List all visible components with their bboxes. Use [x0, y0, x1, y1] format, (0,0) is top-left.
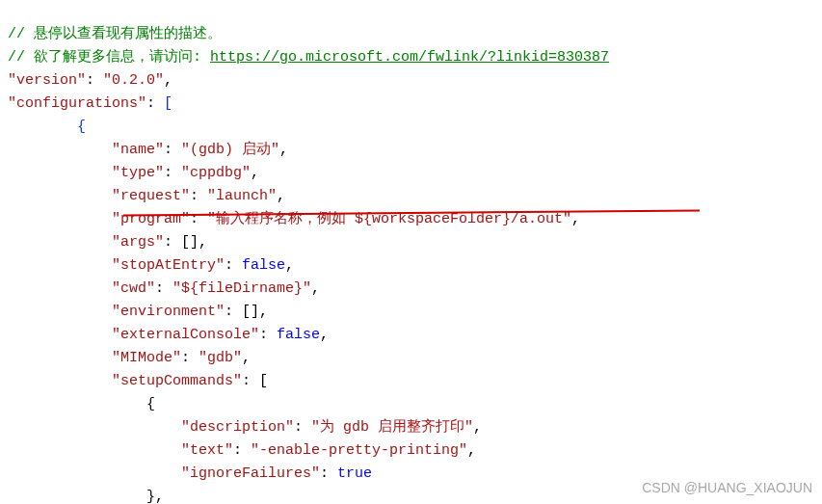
configurations-key: "configurations"	[8, 95, 146, 112]
type-key: "type"	[112, 165, 164, 181]
comment-line-2-prefix: // 欲了解更多信息，请访问:	[8, 49, 210, 66]
ignorefailures-value: true	[337, 465, 372, 482]
bracket-open: [	[164, 95, 172, 112]
args-key: "args"	[112, 234, 164, 251]
text-value: "-enable-pretty-printing"	[251, 442, 467, 459]
externalconsole-key: "externalConsole"	[112, 327, 259, 343]
name-value: "(gdb) 启动"	[181, 142, 279, 158]
program-key: "program"	[112, 211, 190, 227]
stopatentry-value: false	[242, 257, 285, 274]
code-editor[interactable]: // 悬停以查看现有属性的描述。 // 欲了解更多信息，请访问: https:/…	[8, 0, 814, 504]
version-key: "version"	[8, 72, 86, 89]
program-value: "输入程序名称，例如 ${workspaceFolder}/a.out"	[207, 211, 571, 227]
watermark: CSDN @HUANG_XIAOJUN	[642, 477, 812, 498]
mimode-value: "gdb"	[199, 350, 242, 366]
ignorefailures-key: "ignoreFailures"	[181, 465, 320, 482]
externalconsole-value: false	[277, 327, 320, 343]
cwd-value: "${fileDirname}"	[172, 280, 311, 297]
comment-line-1: // 悬停以查看现有属性的描述。	[8, 26, 222, 42]
name-key: "name"	[112, 142, 164, 158]
type-value: "cppdbg"	[181, 165, 251, 181]
description-key: "description"	[181, 419, 294, 436]
mimode-key: "MIMode"	[112, 350, 181, 366]
bracket-open-2: [	[259, 373, 268, 389]
stopatentry-key: "stopAtEntry"	[112, 257, 225, 274]
brace-open-2: {	[146, 396, 155, 412]
brace-open: {	[77, 119, 86, 135]
brace-close-2: },	[146, 489, 164, 504]
environment-value: []	[242, 304, 259, 320]
description-value: "为 gdb 启用整齐打印"	[311, 419, 473, 436]
text-key: "text"	[181, 442, 233, 459]
cwd-key: "cwd"	[112, 280, 155, 297]
request-value: "launch"	[207, 188, 277, 204]
request-key: "request"	[112, 188, 190, 204]
setupcommands-key: "setupCommands"	[112, 373, 242, 389]
args-value: []	[181, 234, 199, 251]
environment-key: "environment"	[112, 304, 225, 320]
doc-link[interactable]: https://go.microsoft.com/fwlink/?linkid=…	[210, 49, 609, 66]
version-value: "0.2.0"	[103, 72, 164, 89]
